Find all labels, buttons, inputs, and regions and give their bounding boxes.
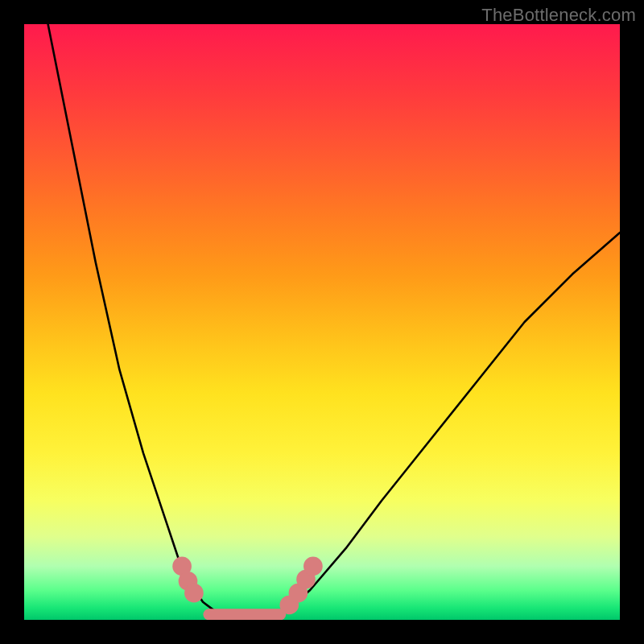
curve-right-branch [287, 233, 620, 611]
curve-left-branch [48, 24, 215, 611]
marker-dot [184, 584, 204, 603]
marker-dot [303, 557, 323, 576]
plot-area [24, 24, 620, 620]
chart-frame: TheBottleneck.com [0, 0, 644, 644]
marker-group [172, 557, 322, 615]
curve-overlay [24, 24, 620, 620]
watermark-text: TheBottleneck.com [481, 5, 636, 26]
